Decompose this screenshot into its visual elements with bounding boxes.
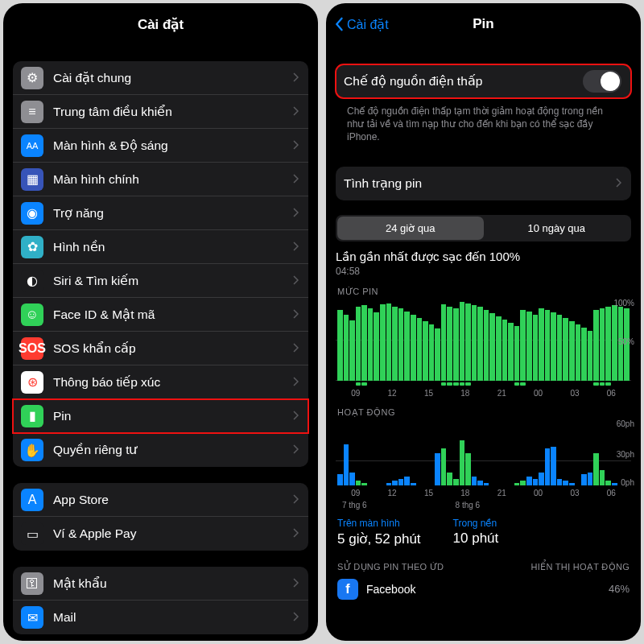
access-icon: ◉ (21, 202, 43, 225)
activity-chart: 60ph30ph0ph (336, 421, 631, 485)
settings-label: Cài đặt chung (53, 71, 292, 85)
settings-label: Trung tâm điều khiển (53, 105, 292, 119)
settings-list[interactable]: ⚙Cài đặt chung≡Trung tâm điều khiểnAAMàn… (3, 45, 318, 641)
last-charged-label: Lần gần nhất được sạc đến 100% (336, 250, 631, 264)
settings-row-privacy[interactable]: ✋Quyền riêng tư (13, 433, 308, 467)
settings-row-passwords[interactable]: ⚿Mật khẩu (13, 567, 308, 601)
control-icon: ≡ (21, 101, 43, 123)
chevron-right-icon (292, 409, 299, 423)
app-row-facebook[interactable]: f Facebook 46% (336, 574, 631, 605)
chevron-right-icon (292, 375, 299, 390)
home-icon: ▦ (21, 168, 43, 191)
settings-row-home[interactable]: ▦Màn hình chính (13, 163, 308, 196)
low-power-footnote: Chế độ nguồn điện thấp tạm thời giảm hoạ… (336, 98, 631, 151)
settings-label: App Store (53, 493, 292, 507)
settings-label: Màn hình & Độ sáng (53, 138, 292, 153)
settings-screen: Cài đặt ⚙Cài đặt chung≡Trung tâm điều kh… (3, 3, 318, 641)
battery-xaxis: 0912151821000306 (336, 386, 631, 398)
battery-screen: Cài đặt Pin Chế độ nguồn điện thấp Chế đ… (326, 3, 641, 641)
chevron-right-icon (292, 71, 299, 85)
general-icon: ⚙ (21, 67, 43, 89)
last-charged-time: 04:58 (336, 266, 631, 277)
chevron-right-icon (292, 274, 299, 288)
back-button[interactable]: Cài đặt (334, 3, 389, 45)
battery-chart: 100%50% (336, 300, 631, 386)
settings-group: ⚙Cài đặt chung≡Trung tâm điều khiểnAAMàn… (13, 61, 308, 467)
battery-content[interactable]: Chế độ nguồn điện thấp Chế độ nguồn điện… (326, 45, 641, 641)
on-screen-usage: Trên màn hình 5 giờ, 52 phút (337, 518, 421, 547)
chevron-right-icon (292, 105, 299, 119)
chevron-right-icon (292, 341, 299, 356)
settings-label: Màn hình chính (53, 172, 292, 187)
settings-row-faceid[interactable]: ☺Face ID & Mật mã (13, 298, 308, 332)
passwords-icon: ⚿ (21, 572, 43, 595)
settings-label: Hình nền (53, 240, 292, 254)
settings-row-appstore[interactable]: AApp Store (13, 483, 308, 517)
background-usage: Trong nền 10 phút (453, 518, 499, 547)
chevron-right-icon (615, 176, 621, 191)
settings-row-display[interactable]: AAMàn hình & Độ sáng (13, 129, 308, 163)
settings-row-wallet[interactable]: ▭Ví & Apple Pay (13, 517, 308, 551)
chevron-right-icon (292, 206, 299, 221)
sos-icon: SOS (21, 337, 43, 360)
battery-health-label: Tình trạng pin (344, 176, 615, 191)
settings-label: Thông báo tiếp xúc (53, 375, 292, 390)
usage-summary: Trên màn hình 5 giờ, 52 phút Trong nền 1… (336, 510, 631, 555)
settings-label: Quyền riêng tư (53, 443, 292, 457)
settings-row-wallpaper[interactable]: ✿Hình nền (13, 230, 308, 264)
segment-24h[interactable]: 24 giờ qua (337, 217, 484, 240)
low-power-group: Chế độ nguồn điện thấp (336, 64, 631, 98)
low-power-label: Chế độ nguồn điện thấp (344, 74, 583, 89)
header: Cài đặt (3, 3, 318, 45)
chevron-right-icon (292, 240, 299, 254)
page-title: Cài đặt (138, 16, 184, 33)
settings-row-general[interactable]: ⚙Cài đặt chung (13, 61, 308, 95)
facebook-icon: f (337, 579, 358, 600)
settings-group: AApp Store▭Ví & Apple Pay (13, 483, 308, 551)
privacy-icon: ✋ (21, 439, 43, 461)
chevron-right-icon (292, 443, 299, 457)
segment-10d[interactable]: 10 ngày qua (484, 217, 630, 240)
time-range-segmented[interactable]: 24 giờ qua 10 ngày qua (336, 215, 631, 242)
low-power-toggle[interactable] (583, 70, 621, 93)
back-label: Cài đặt (347, 17, 389, 32)
app-name: Facebook (366, 583, 609, 596)
low-power-row[interactable]: Chế độ nguồn điện thấp (336, 64, 631, 98)
chevron-right-icon (292, 138, 299, 153)
app-percent: 46% (609, 583, 630, 595)
settings-row-control[interactable]: ≡Trung tâm điều khiển (13, 95, 308, 129)
battery-health-row[interactable]: Tình trạng pin (336, 167, 631, 200)
show-activity-toggle[interactable]: HIỂN THỊ HOẠT ĐỘNG (531, 562, 630, 572)
settings-row-battery[interactable]: ▮Pin (13, 399, 308, 433)
wallpaper-icon: ✿ (21, 236, 43, 258)
settings-label: Mật khẩu (53, 576, 292, 591)
wallet-icon: ▭ (21, 522, 43, 545)
settings-row-access[interactable]: ◉Trợ năng (13, 196, 308, 230)
chevron-right-icon (292, 308, 299, 322)
settings-label: Mail (53, 610, 292, 625)
settings-label: Ví & Apple Pay (53, 526, 292, 541)
settings-label: SOS khẩn cấp (53, 341, 292, 356)
settings-label: Trợ năng (53, 206, 292, 221)
settings-row-mail[interactable]: ✉Mail (13, 601, 308, 634)
settings-row-exposure[interactable]: ⊛Thông báo tiếp xúc (13, 365, 308, 399)
chevron-right-icon (292, 610, 299, 625)
siri-icon: ◐ (21, 270, 43, 292)
chevron-right-icon (292, 526, 299, 541)
settings-label: Siri & Tìm kiếm (53, 274, 292, 288)
header: Cài đặt Pin (326, 3, 641, 45)
settings-row-sos[interactable]: SOSSOS khẩn cấp (13, 332, 308, 365)
app-usage-header: SỬ DỤNG PIN THEO ỨD HIỂN THỊ HOẠT ĐỘNG (336, 555, 631, 574)
settings-group: ⚿Mật khẩu✉Mail (13, 567, 308, 634)
display-icon: AA (21, 134, 43, 157)
chevron-right-icon (292, 172, 299, 187)
battery-icon: ▮ (21, 405, 43, 427)
exposure-icon: ⊛ (21, 371, 43, 394)
settings-row-siri[interactable]: ◐Siri & Tìm kiếm (13, 264, 308, 298)
settings-label: Pin (53, 409, 292, 423)
settings-label: Face ID & Mật mã (53, 308, 292, 322)
activity-xaxis: 0912151821000306 (336, 485, 631, 497)
day-labels: 7 thg 6 8 thg 6 (336, 497, 631, 510)
chevron-left-icon (334, 17, 344, 31)
battery-level-heading: MỨC PIN (337, 287, 630, 297)
